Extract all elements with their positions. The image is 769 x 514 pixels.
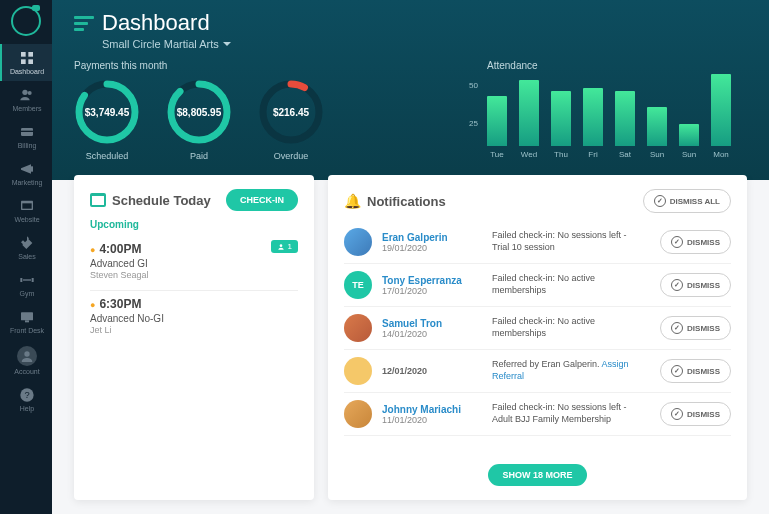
calendar-icon <box>90 193 106 207</box>
bar-label: Sun <box>650 150 664 159</box>
payments-title: Payments this month <box>74 60 457 71</box>
page-title: Dashboard <box>102 10 210 36</box>
notif-person-name[interactable]: Eran Galperin <box>382 232 482 243</box>
nav-frontdesk[interactable]: Front Desk <box>0 303 52 340</box>
donut-value: $8,805.95 <box>177 107 222 118</box>
nav-label: Account <box>14 368 39 375</box>
notif-date: 14/01/2020 <box>382 329 482 339</box>
dismiss-button[interactable]: DISMISS <box>660 359 731 383</box>
notifications-card: 🔔Notifications DISMISS ALL Eran Galperin… <box>328 175 747 500</box>
nav-sales[interactable]: Sales <box>0 229 52 266</box>
schedule-instructor: Jet Li <box>90 325 298 335</box>
frontdesk-icon <box>19 309 35 325</box>
help-icon: ? <box>19 387 35 403</box>
check-icon <box>671 236 683 248</box>
checkin-button[interactable]: CHECK-IN <box>226 189 298 211</box>
avatar[interactable]: TE <box>344 271 372 299</box>
payment-donut-overdue: $216.45 Overdue <box>258 79 324 161</box>
bar <box>551 91 571 146</box>
avatar[interactable] <box>344 357 372 385</box>
marketing-icon <box>19 161 35 177</box>
dismiss-button[interactable]: DISMISS <box>660 402 731 426</box>
nav-dashboard[interactable]: Dashboard <box>0 44 52 81</box>
attendance-section: Attendance 50 25 TueWedThuFriSatSunSunMo… <box>487 60 747 161</box>
notifications-title: 🔔Notifications <box>344 193 446 209</box>
bar <box>519 80 539 146</box>
bar-label: Thu <box>554 150 568 159</box>
notif-message: Failed check-in: No sessions left - Tria… <box>492 230 650 253</box>
page-header: Dashboard Small Circle Martial Arts <box>52 0 769 54</box>
dismiss-button[interactable]: DISMISS <box>660 230 731 254</box>
notif-date: 11/01/2020 <box>382 415 482 425</box>
nav-members[interactable]: Members <box>0 81 52 118</box>
dismiss-button[interactable]: DISMISS <box>660 273 731 297</box>
svg-point-4 <box>22 90 27 95</box>
org-name: Small Circle Martial Arts <box>102 38 219 50</box>
schedule-item[interactable]: 6:30PM Advanced No-GI Jet Li <box>90 291 298 345</box>
dismiss-all-button[interactable]: DISMISS ALL <box>643 189 731 213</box>
notification-item: TE Tony Esperranza17/01/2020 Failed chec… <box>344 264 731 307</box>
svg-rect-11 <box>20 278 22 282</box>
bar <box>583 88 603 146</box>
nav-help[interactable]: ? Help <box>0 381 52 418</box>
assign-referral-link[interactable]: Assign Referral <box>492 359 629 381</box>
bar <box>647 107 667 146</box>
svg-text:?: ? <box>24 390 29 400</box>
dismiss-button[interactable]: DISMISS <box>660 316 731 340</box>
dashboard-icon <box>19 50 35 66</box>
notif-message: Failed check-in: No sessions left - Adul… <box>492 402 650 425</box>
nav-website[interactable]: Website <box>0 192 52 229</box>
main-content: Dashboard Small Circle Martial Arts Paym… <box>52 0 769 514</box>
bar <box>487 96 507 146</box>
bar-label: Sat <box>619 150 631 159</box>
svg-rect-1 <box>28 52 33 57</box>
notif-message: Failed check-in: No active memberships <box>492 316 650 339</box>
y-tick-50: 50 <box>469 81 478 90</box>
schedule-class: Advanced GI <box>90 258 298 269</box>
bar-label: Tue <box>490 150 504 159</box>
org-selector[interactable]: Small Circle Martial Arts <box>102 38 747 50</box>
app-logo <box>11 6 41 36</box>
nav-label: Help <box>20 405 34 412</box>
nav-marketing[interactable]: Marketing <box>0 155 52 192</box>
svg-rect-13 <box>23 279 31 280</box>
svg-rect-14 <box>21 312 33 320</box>
avatar[interactable] <box>344 228 372 256</box>
bar-label: Mon <box>713 150 729 159</box>
nav-gym[interactable]: Gym <box>0 266 52 303</box>
bar-label: Sun <box>682 150 696 159</box>
svg-rect-2 <box>21 59 26 64</box>
check-icon <box>671 408 683 420</box>
svg-rect-15 <box>25 320 29 322</box>
nav-label: Members <box>12 105 41 112</box>
bar-label: Wed <box>521 150 537 159</box>
notif-message: Failed check-in: No active memberships <box>492 273 650 296</box>
notif-person-name[interactable]: Samuel Tron <box>382 318 482 329</box>
payment-donut-scheduled: $3,749.45 Scheduled <box>74 79 140 161</box>
bar-col: Sat <box>615 91 635 159</box>
notif-date: 19/01/2020 <box>382 243 482 253</box>
donut-value: $3,749.45 <box>85 107 130 118</box>
nav-account[interactable]: Account <box>0 340 52 381</box>
bar-col: Sun <box>647 107 667 159</box>
check-icon <box>671 279 683 291</box>
donut-chart: $8,805.95 <box>166 79 232 145</box>
nav-billing[interactable]: Billing <box>0 118 52 155</box>
avatar[interactable] <box>344 314 372 342</box>
svg-rect-10 <box>22 203 31 208</box>
bar <box>615 91 635 146</box>
dashboard-logo-icon <box>74 16 94 31</box>
nav-label: Dashboard <box>10 68 44 75</box>
donut-value: $216.45 <box>273 107 309 118</box>
bar-label: Fri <box>588 150 597 159</box>
check-icon <box>654 195 666 207</box>
notif-person-name[interactable]: Johnny Mariachi <box>382 404 482 415</box>
show-more-button[interactable]: SHOW 18 MORE <box>488 464 586 486</box>
attendee-badge: 1 <box>271 240 298 253</box>
members-icon <box>19 87 35 103</box>
notif-message: Referred by Eran Galperin. Assign Referr… <box>492 359 650 382</box>
schedule-item[interactable]: 4:00PM Advanced GI Steven Seagal1 <box>90 236 298 291</box>
bar <box>679 124 699 146</box>
notif-person-name[interactable]: Tony Esperranza <box>382 275 482 286</box>
avatar[interactable] <box>344 400 372 428</box>
